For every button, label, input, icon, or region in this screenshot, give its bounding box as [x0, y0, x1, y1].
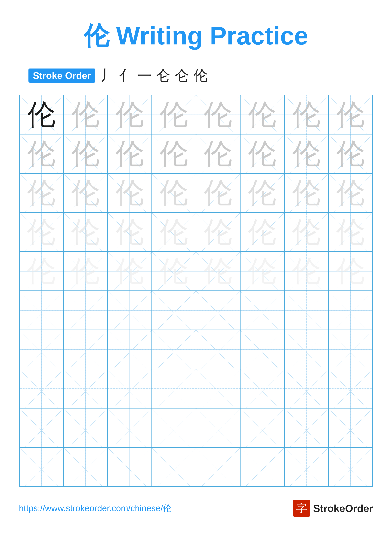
- grid-cell-9-7[interactable]: [328, 447, 372, 487]
- grid-cell-4-7[interactable]: 伦: [328, 252, 372, 291]
- grid-cell-8-0[interactable]: [20, 408, 64, 447]
- grid-cell-4-4[interactable]: 伦: [196, 252, 240, 291]
- grid-cell-8-3[interactable]: [152, 408, 196, 447]
- cell-char-0-6: 伦: [292, 101, 321, 129]
- grid-cell-8-1[interactable]: [64, 408, 108, 447]
- cell-char-2-0: 伦: [27, 179, 56, 207]
- grid-cell-6-6[interactable]: [284, 330, 328, 369]
- grid-cell-3-2[interactable]: 伦: [108, 212, 152, 252]
- grid-cell-3-6[interactable]: 伦: [284, 212, 328, 252]
- grid-cell-2-6[interactable]: 伦: [284, 173, 328, 212]
- grid-cell-1-5[interactable]: 伦: [240, 134, 284, 173]
- grid-cell-7-0[interactable]: [20, 369, 64, 408]
- footer-logo: 字 StrokeOrder: [293, 500, 373, 517]
- grid-cell-5-5[interactable]: [240, 291, 284, 330]
- grid-cell-0-0[interactable]: 伦: [20, 95, 64, 134]
- grid-cell-5-7[interactable]: [328, 291, 372, 330]
- grid-cell-3-7[interactable]: 伦: [328, 212, 372, 252]
- grid-cell-7-2[interactable]: [108, 369, 152, 408]
- grid-cell-7-3[interactable]: [152, 369, 196, 408]
- grid-cell-4-5[interactable]: 伦: [240, 252, 284, 291]
- grid-cell-2-1[interactable]: 伦: [64, 173, 108, 212]
- grid-cell-6-2[interactable]: [108, 330, 152, 369]
- grid-cell-6-1[interactable]: [64, 330, 108, 369]
- grid-cell-3-3[interactable]: 伦: [152, 212, 196, 252]
- grid-cell-8-5[interactable]: [240, 408, 284, 447]
- cell-char-3-3: 伦: [160, 218, 188, 246]
- grid-cell-0-4[interactable]: 伦: [196, 95, 240, 134]
- grid-cell-4-2[interactable]: 伦: [108, 252, 152, 291]
- grid-cell-9-3[interactable]: [152, 447, 196, 487]
- footer: https://www.strokeorder.com/chinese/伦 字 …: [19, 500, 373, 517]
- stroke-order-row: Stroke Order 丿 亻 ㇐ 仑 仑 伦: [29, 66, 208, 85]
- grid-cell-9-1[interactable]: [64, 447, 108, 487]
- cell-char-2-2: 伦: [116, 179, 144, 207]
- grid-cell-1-4[interactable]: 伦: [196, 134, 240, 173]
- grid-cell-7-7[interactable]: [328, 369, 372, 408]
- grid-cell-2-4[interactable]: 伦: [196, 173, 240, 212]
- cell-char-1-1: 伦: [71, 139, 100, 168]
- grid-cell-3-0[interactable]: 伦: [20, 212, 64, 252]
- grid-cell-6-4[interactable]: [196, 330, 240, 369]
- grid-cell-0-6[interactable]: 伦: [284, 95, 328, 134]
- footer-url[interactable]: https://www.strokeorder.com/chinese/伦: [19, 503, 172, 514]
- grid-cell-9-5[interactable]: [240, 447, 284, 487]
- grid-cell-3-4[interactable]: 伦: [196, 212, 240, 252]
- grid-cell-2-7[interactable]: 伦: [328, 173, 372, 212]
- grid-cell-8-4[interactable]: [196, 408, 240, 447]
- cell-char-2-4: 伦: [204, 179, 232, 207]
- cell-char-2-7: 伦: [336, 179, 365, 207]
- grid-cell-7-5[interactable]: [240, 369, 284, 408]
- grid-cell-1-1[interactable]: 伦: [64, 134, 108, 173]
- grid-cell-0-7[interactable]: 伦: [328, 95, 372, 134]
- cell-char-0-7: 伦: [336, 101, 365, 129]
- cell-char-0-2: 伦: [116, 101, 144, 129]
- stroke-3: ㇐: [137, 66, 152, 85]
- grid-cell-9-2[interactable]: [108, 447, 152, 487]
- grid-cell-0-1[interactable]: 伦: [64, 95, 108, 134]
- grid-cell-0-2[interactable]: 伦: [108, 95, 152, 134]
- grid-cell-3-1[interactable]: 伦: [64, 212, 108, 252]
- grid-cell-6-0[interactable]: [20, 330, 64, 369]
- grid-cell-4-0[interactable]: 伦: [20, 252, 64, 291]
- page-title: 伦 Writing Practice: [84, 19, 308, 53]
- cell-char-1-0: 伦: [27, 139, 56, 168]
- grid-cell-0-5[interactable]: 伦: [240, 95, 284, 134]
- grid-cell-4-6[interactable]: 伦: [284, 252, 328, 291]
- grid-cell-7-4[interactable]: [196, 369, 240, 408]
- grid-cell-3-5[interactable]: 伦: [240, 212, 284, 252]
- grid-cell-1-6[interactable]: 伦: [284, 134, 328, 173]
- cell-char-4-3: 伦: [160, 257, 188, 285]
- grid-cell-9-4[interactable]: [196, 447, 240, 487]
- grid-cell-5-4[interactable]: [196, 291, 240, 330]
- grid-cell-5-2[interactable]: [108, 291, 152, 330]
- grid-cell-2-3[interactable]: 伦: [152, 173, 196, 212]
- grid-cell-2-5[interactable]: 伦: [240, 173, 284, 212]
- grid-cell-8-7[interactable]: [328, 408, 372, 447]
- grid-cell-1-7[interactable]: 伦: [328, 134, 372, 173]
- grid-cell-5-6[interactable]: [284, 291, 328, 330]
- cell-char-4-1: 伦: [71, 257, 100, 285]
- grid-cell-5-0[interactable]: [20, 291, 64, 330]
- grid-cell-9-0[interactable]: [20, 447, 64, 487]
- grid-cell-0-3[interactable]: 伦: [152, 95, 196, 134]
- grid-cell-2-0[interactable]: 伦: [20, 173, 64, 212]
- grid-cell-2-2[interactable]: 伦: [108, 173, 152, 212]
- grid-cell-8-6[interactable]: [284, 408, 328, 447]
- cell-char-3-4: 伦: [204, 218, 232, 246]
- grid-cell-4-1[interactable]: 伦: [64, 252, 108, 291]
- grid-cell-7-1[interactable]: [64, 369, 108, 408]
- grid-cell-6-3[interactable]: [152, 330, 196, 369]
- grid-cell-1-0[interactable]: 伦: [20, 134, 64, 173]
- grid-cell-8-2[interactable]: [108, 408, 152, 447]
- grid-cell-6-7[interactable]: [328, 330, 372, 369]
- grid-cell-9-6[interactable]: [284, 447, 328, 487]
- grid-cell-7-6[interactable]: [284, 369, 328, 408]
- grid-cell-5-1[interactable]: [64, 291, 108, 330]
- grid-cell-4-3[interactable]: 伦: [152, 252, 196, 291]
- grid-cell-5-3[interactable]: [152, 291, 196, 330]
- grid-cell-1-3[interactable]: 伦: [152, 134, 196, 173]
- grid-cell-1-2[interactable]: 伦: [108, 134, 152, 173]
- grid-cell-6-5[interactable]: [240, 330, 284, 369]
- logo-text: StrokeOrder: [313, 503, 373, 514]
